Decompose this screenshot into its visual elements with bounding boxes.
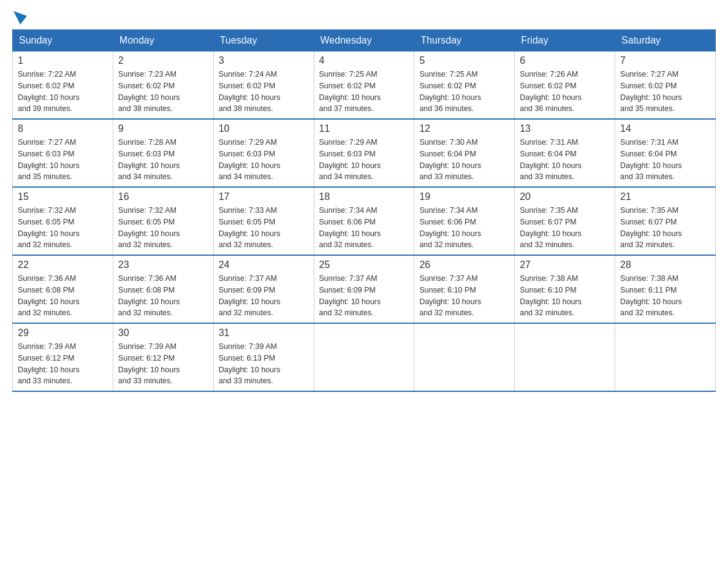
day-info: Sunrise: 7:27 AM Sunset: 6:03 PM Dayligh… [18,137,108,183]
calendar-header-row: SundayMondayTuesdayWednesdayThursdayFrid… [13,30,716,52]
page-header [12,12,716,23]
day-number: 27 [520,259,610,270]
day-number: 9 [118,123,208,134]
calendar-cell: 4 Sunrise: 7:25 AM Sunset: 6:02 PM Dayli… [314,52,414,120]
calendar-cell: 19 Sunrise: 7:34 AM Sunset: 6:06 PM Dayl… [414,187,515,255]
calendar-cell: 12 Sunrise: 7:30 AM Sunset: 6:04 PM Dayl… [414,119,515,187]
day-number: 31 [219,327,309,339]
day-number: 4 [319,55,409,66]
header-saturday: Saturday [615,30,716,52]
day-number: 22 [18,259,108,270]
header-tuesday: Tuesday [213,30,314,52]
calendar-cell: 29 Sunrise: 7:39 AM Sunset: 6:12 PM Dayl… [13,323,113,391]
day-info: Sunrise: 7:32 AM Sunset: 6:05 PM Dayligh… [118,205,208,251]
day-number: 20 [520,191,610,202]
calendar-cell: 14 Sunrise: 7:31 AM Sunset: 6:04 PM Dayl… [615,119,716,187]
day-info: Sunrise: 7:37 AM Sunset: 6:10 PM Dayligh… [419,273,509,319]
day-info: Sunrise: 7:36 AM Sunset: 6:08 PM Dayligh… [18,273,108,319]
day-info: Sunrise: 7:24 AM Sunset: 6:02 PM Dayligh… [219,69,309,115]
calendar-cell: 26 Sunrise: 7:37 AM Sunset: 6:10 PM Dayl… [414,255,515,323]
day-info: Sunrise: 7:37 AM Sunset: 6:09 PM Dayligh… [219,273,309,319]
calendar-week-row: 1 Sunrise: 7:22 AM Sunset: 6:02 PM Dayli… [13,52,716,120]
day-info: Sunrise: 7:22 AM Sunset: 6:02 PM Dayligh… [18,69,108,115]
calendar-cell: 10 Sunrise: 7:29 AM Sunset: 6:03 PM Dayl… [213,119,314,187]
calendar-cell: 28 Sunrise: 7:38 AM Sunset: 6:11 PM Dayl… [615,255,716,323]
day-info: Sunrise: 7:26 AM Sunset: 6:02 PM Dayligh… [520,69,610,115]
calendar-cell: 17 Sunrise: 7:33 AM Sunset: 6:05 PM Dayl… [213,187,314,255]
day-info: Sunrise: 7:35 AM Sunset: 6:07 PM Dayligh… [620,205,710,251]
day-info: Sunrise: 7:31 AM Sunset: 6:04 PM Dayligh… [620,137,710,183]
day-number: 11 [319,123,409,134]
calendar-cell: 15 Sunrise: 7:32 AM Sunset: 6:05 PM Dayl… [13,187,113,255]
day-number: 7 [620,55,710,66]
day-info: Sunrise: 7:30 AM Sunset: 6:04 PM Dayligh… [419,137,509,183]
day-info: Sunrise: 7:25 AM Sunset: 6:02 PM Dayligh… [419,69,509,115]
calendar-week-row: 8 Sunrise: 7:27 AM Sunset: 6:03 PM Dayli… [13,119,716,187]
day-number: 29 [18,327,108,339]
day-info: Sunrise: 7:39 AM Sunset: 6:12 PM Dayligh… [18,341,108,387]
header-monday: Monday [113,30,213,52]
day-number: 8 [18,123,108,134]
calendar-cell [314,323,414,391]
day-number: 14 [620,123,710,134]
day-info: Sunrise: 7:39 AM Sunset: 6:13 PM Dayligh… [219,341,309,387]
day-number: 26 [419,259,509,270]
day-info: Sunrise: 7:34 AM Sunset: 6:06 PM Dayligh… [319,205,409,251]
calendar-cell: 9 Sunrise: 7:28 AM Sunset: 6:03 PM Dayli… [113,119,213,187]
day-info: Sunrise: 7:27 AM Sunset: 6:02 PM Dayligh… [620,69,710,115]
calendar-cell: 21 Sunrise: 7:35 AM Sunset: 6:07 PM Dayl… [615,187,716,255]
svg-marker-0 [13,11,27,25]
calendar-cell: 7 Sunrise: 7:27 AM Sunset: 6:02 PM Dayli… [615,52,716,120]
day-number: 3 [219,55,309,66]
calendar-cell: 3 Sunrise: 7:24 AM Sunset: 6:02 PM Dayli… [213,52,314,120]
day-info: Sunrise: 7:25 AM Sunset: 6:02 PM Dayligh… [319,69,409,115]
day-number: 6 [520,55,610,66]
calendar-cell: 6 Sunrise: 7:26 AM Sunset: 6:02 PM Dayli… [515,52,615,120]
logo-arrow-icon [13,11,27,25]
day-info: Sunrise: 7:36 AM Sunset: 6:08 PM Dayligh… [118,273,208,319]
day-number: 21 [620,191,710,202]
day-number: 24 [219,259,309,270]
day-number: 16 [118,191,208,202]
calendar-cell [615,323,716,391]
day-number: 5 [419,55,509,66]
day-number: 19 [419,191,509,202]
header-friday: Friday [515,30,615,52]
calendar-cell: 16 Sunrise: 7:32 AM Sunset: 6:05 PM Dayl… [113,187,213,255]
calendar-cell [515,323,615,391]
day-info: Sunrise: 7:29 AM Sunset: 6:03 PM Dayligh… [219,137,309,183]
day-info: Sunrise: 7:29 AM Sunset: 6:03 PM Dayligh… [319,137,409,183]
day-number: 30 [118,327,208,339]
calendar-cell: 18 Sunrise: 7:34 AM Sunset: 6:06 PM Dayl… [314,187,414,255]
calendar-cell: 2 Sunrise: 7:23 AM Sunset: 6:02 PM Dayli… [113,52,213,120]
day-number: 15 [18,191,108,202]
calendar-cell [414,323,515,391]
day-info: Sunrise: 7:28 AM Sunset: 6:03 PM Dayligh… [118,137,208,183]
calendar-week-row: 22 Sunrise: 7:36 AM Sunset: 6:08 PM Dayl… [13,255,716,323]
day-info: Sunrise: 7:33 AM Sunset: 6:05 PM Dayligh… [219,205,309,251]
calendar-table: SundayMondayTuesdayWednesdayThursdayFrid… [12,29,716,392]
day-info: Sunrise: 7:34 AM Sunset: 6:06 PM Dayligh… [419,205,509,251]
calendar-cell: 20 Sunrise: 7:35 AM Sunset: 6:07 PM Dayl… [515,187,615,255]
calendar-cell: 11 Sunrise: 7:29 AM Sunset: 6:03 PM Dayl… [314,119,414,187]
calendar-cell: 31 Sunrise: 7:39 AM Sunset: 6:13 PM Dayl… [213,323,314,391]
calendar-cell: 13 Sunrise: 7:31 AM Sunset: 6:04 PM Dayl… [515,119,615,187]
calendar-cell: 24 Sunrise: 7:37 AM Sunset: 6:09 PM Dayl… [213,255,314,323]
header-thursday: Thursday [414,30,515,52]
day-info: Sunrise: 7:32 AM Sunset: 6:05 PM Dayligh… [18,205,108,251]
day-info: Sunrise: 7:35 AM Sunset: 6:07 PM Dayligh… [520,205,610,251]
day-info: Sunrise: 7:37 AM Sunset: 6:09 PM Dayligh… [319,273,409,319]
calendar-cell: 25 Sunrise: 7:37 AM Sunset: 6:09 PM Dayl… [314,255,414,323]
day-number: 28 [620,259,710,270]
calendar-cell: 23 Sunrise: 7:36 AM Sunset: 6:08 PM Dayl… [113,255,213,323]
logo [12,12,27,23]
day-number: 23 [118,259,208,270]
day-info: Sunrise: 7:31 AM Sunset: 6:04 PM Dayligh… [520,137,610,183]
calendar-cell: 1 Sunrise: 7:22 AM Sunset: 6:02 PM Dayli… [13,52,113,120]
day-number: 1 [18,55,108,66]
calendar-week-row: 29 Sunrise: 7:39 AM Sunset: 6:12 PM Dayl… [13,323,716,391]
day-number: 13 [520,123,610,134]
day-number: 10 [219,123,309,134]
calendar-cell: 8 Sunrise: 7:27 AM Sunset: 6:03 PM Dayli… [13,119,113,187]
day-number: 18 [319,191,409,202]
